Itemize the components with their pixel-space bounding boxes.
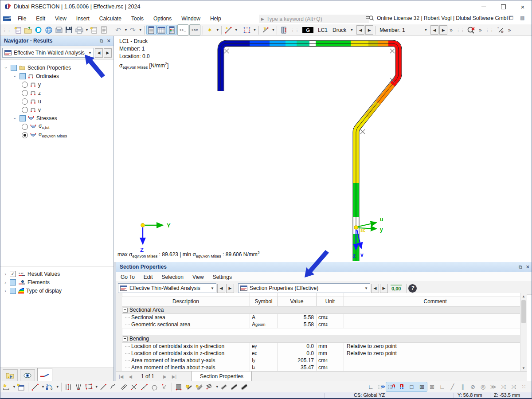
menu-edit[interactable]: Edit — [31, 13, 50, 24]
option-type-of-display[interactable]: ›Type of display — [0, 286, 113, 295]
intersect-icon[interactable] — [129, 382, 139, 391]
option-result-values[interactable]: ›✓x.xxResult Values — [0, 270, 113, 278]
sp-menu-go-to[interactable]: Go To — [116, 273, 139, 282]
thick-element-1-icon[interactable] — [219, 382, 229, 391]
cancel-selection-icon[interactable] — [467, 25, 476, 35]
network-models-icon[interactable] — [44, 25, 53, 35]
tree-item-σeqv-von-mises[interactable]: σeqv,von Mises — [0, 131, 113, 139]
help-icon[interactable]: ? — [408, 284, 417, 293]
new-printout-icon[interactable] — [89, 25, 98, 35]
sp-prev-analysis-button[interactable]: ◀ — [217, 284, 225, 293]
angle-snap-icon[interactable]: ° — [496, 25, 505, 35]
toolbar-grip[interactable]: ⋮⋮ — [290, 28, 299, 32]
tree-item-v[interactable]: v — [0, 106, 113, 114]
expander-icon[interactable]: › — [4, 66, 9, 70]
next-page-icon[interactable]: ▶ — [160, 374, 169, 379]
sp-menu-settings[interactable]: Settings — [208, 273, 236, 282]
expander-icon[interactable]: › — [12, 116, 18, 121]
tab-data-navigator[interactable] — [3, 369, 18, 381]
expander-icon[interactable]: › — [3, 288, 8, 293]
visibility-box-caret[interactable]: ▼ — [253, 28, 257, 32]
printout-report-icon[interactable] — [54, 25, 63, 35]
toolbar-options-icon[interactable]: ▦ — [520, 15, 524, 21]
print-dropdown-caret[interactable]: ▼ — [85, 28, 89, 32]
snap-rectangle-icon[interactable]: □ — [407, 382, 416, 391]
arc-tool-icon[interactable] — [109, 382, 118, 391]
divide-line-icon[interactable] — [140, 382, 149, 391]
tab-section-properties[interactable]: Section Properties — [192, 372, 252, 381]
tree-radio[interactable] — [22, 98, 28, 105]
rect-zone-caret[interactable]: ▼ — [95, 385, 98, 389]
tab-results-navigator[interactable] — [37, 368, 52, 381]
toolbar-grip[interactable]: ⋮⋮ — [485, 28, 494, 32]
snap-intersection-icon[interactable]: ⊠ — [417, 382, 426, 391]
tree-item-z[interactable]: z — [0, 89, 113, 97]
guide-box-icon[interactable]: ⊠ — [427, 382, 437, 391]
toggle-results-panel-icon[interactable] — [167, 25, 176, 35]
column-header-comment[interactable]: Comment — [344, 297, 527, 306]
tree-radio[interactable] — [22, 107, 28, 113]
menu-file[interactable]: File — [13, 13, 31, 24]
scroll-up-icon[interactable]: ▲ — [520, 293, 527, 299]
new-window-icon[interactable] — [16, 382, 26, 391]
sp-table-dropdown[interactable]: Section Properties (Effective) ▼ — [238, 283, 370, 293]
console-icon[interactable]: >>_ — [177, 24, 188, 35]
toolbar-overflow-chevron[interactable]: » — [508, 27, 511, 33]
toggle-tables-icon[interactable] — [157, 25, 166, 35]
table-row[interactable]: Sectional areaA5.58cm2 — [122, 314, 527, 321]
redo-dropdown-caret[interactable]: ▼ — [139, 28, 142, 32]
tree-radio[interactable] — [22, 132, 28, 138]
column-header-unit[interactable]: Unit — [317, 297, 344, 306]
report-icon[interactable] — [99, 25, 109, 35]
new-model-icon[interactable] — [13, 25, 23, 35]
tree-radio[interactable] — [22, 90, 28, 96]
generate-line-icon[interactable] — [224, 25, 233, 35]
display-properties-icon[interactable]: ✶ — [205, 25, 215, 35]
tree-radio[interactable] — [22, 124, 28, 130]
dock-panel-icon[interactable]: 🗔 — [509, 15, 513, 20]
prev-member-button[interactable]: ◀ — [430, 25, 438, 35]
group-row-bending[interactable]: Bending — [122, 335, 527, 343]
parallel-lines-icon[interactable] — [119, 382, 129, 391]
toggle-navigator-icon[interactable] — [147, 25, 156, 35]
coordinate-system-icon[interactable]: ∟ — [366, 382, 376, 391]
snap-grid-icon[interactable] — [387, 382, 396, 391]
tree-radio[interactable] — [22, 82, 28, 88]
dimension-tool-icon[interactable] — [2, 382, 11, 391]
edit-line-icon[interactable]: ╱ — [448, 382, 457, 391]
redo-icon[interactable]: ↷ — [128, 25, 137, 35]
first-page-icon[interactable]: |◀ — [116, 374, 126, 379]
menu-options[interactable]: Options — [149, 13, 176, 24]
thick-element-3-icon[interactable] — [240, 382, 249, 391]
member-combo[interactable]: Member: 1▼ — [377, 27, 430, 33]
next-load-case-button[interactable]: ▶ — [365, 25, 373, 35]
generate-line-caret[interactable]: ▼ — [235, 28, 238, 32]
sp-next-analysis-button[interactable]: ▶ — [226, 284, 234, 293]
dimension-caret[interactable]: ▼ — [12, 385, 16, 389]
toolbar-grip[interactable]: ⋮⋮ — [456, 28, 465, 32]
toolbar-overflow-chevron[interactable]: » — [479, 27, 482, 33]
option-elements[interactable]: ›Elements — [0, 278, 113, 286]
next-member-button[interactable]: ▶ — [439, 25, 447, 35]
tab-display-navigator[interactable] — [20, 369, 35, 381]
close-panel-icon[interactable]: ✕ — [107, 38, 111, 44]
renumber-icon[interactable]: 26 — [45, 382, 55, 391]
tree-checkbox[interactable] — [20, 115, 26, 121]
undo-dropdown-caret[interactable]: ▼ — [124, 28, 128, 32]
analysis-type-dropdown[interactable]: Effective Thin-Walled Analysis ▼ — [2, 48, 94, 58]
menu-help[interactable]: Help — [205, 13, 226, 24]
line-tool-icon[interactable] — [99, 382, 108, 391]
visibility-box-icon[interactable] — [243, 25, 252, 35]
option-checkbox[interactable] — [10, 279, 16, 286]
snap-extension-icon[interactable]: ≫ — [489, 382, 498, 391]
load-case-combo[interactable]: Druck▼ — [330, 27, 356, 33]
open-file-icon[interactable] — [23, 25, 33, 35]
sp-menu-selection[interactable]: Selection — [157, 273, 188, 282]
navigator-header[interactable]: Navigator - Results ⧉✕ — [0, 36, 113, 46]
sp-menu-edit[interactable]: Edit — [139, 273, 157, 282]
menu-calculate[interactable]: Calculate — [94, 13, 126, 24]
sp-next-table-button[interactable]: ▶ — [380, 284, 388, 293]
expander-icon[interactable]: › — [3, 280, 8, 285]
scroll-down-icon[interactable]: ▼ — [520, 365, 527, 371]
search-field[interactable]: ▶ Type a keyword (Alt+Q) — [259, 15, 369, 23]
